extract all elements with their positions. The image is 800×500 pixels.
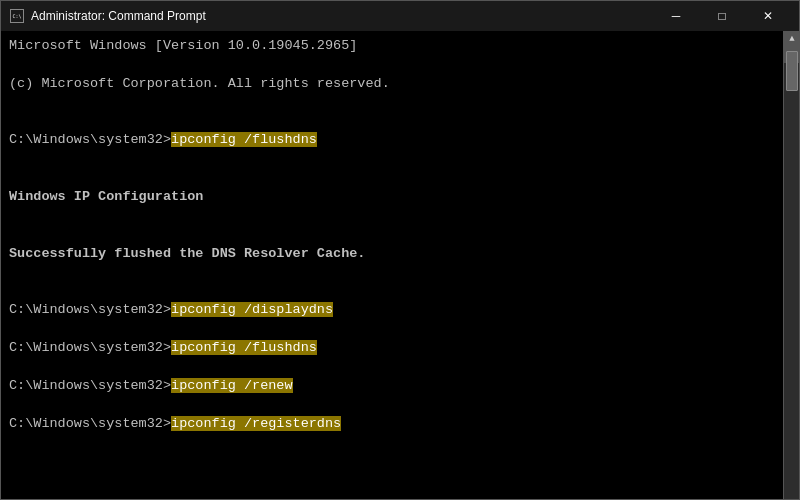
terminal-line: Windows IP Configuration [9, 188, 775, 207]
scrollbar-thumb[interactable] [786, 51, 798, 91]
scroll-up-arrow[interactable]: ▲ [784, 31, 799, 47]
titlebar-controls: ─ □ ✕ [653, 1, 791, 31]
cmd-icon [9, 8, 25, 24]
terminal-line: C:\Windows\system32>ipconfig /renew [9, 377, 775, 396]
window: Administrator: Command Prompt ─ □ ✕ Micr… [0, 0, 800, 500]
titlebar-left: Administrator: Command Prompt [9, 8, 206, 24]
prompt-text: C:\Windows\system32> [9, 378, 171, 393]
titlebar: Administrator: Command Prompt ─ □ ✕ [1, 1, 799, 31]
terminal-line: C:\Windows\system32>ipconfig /displaydns [9, 301, 775, 320]
command-text: ipconfig /registerdns [171, 416, 341, 431]
terminal-line: C:\Windows\system32>ipconfig /flushdns [9, 339, 775, 358]
terminal-line: Successfully flushed the DNS Resolver Ca… [9, 245, 775, 264]
terminal-line: Microsoft Windows [Version 10.0.19045.29… [9, 37, 775, 56]
prompt-text: C:\Windows\system32> [9, 302, 171, 317]
close-button[interactable]: ✕ [745, 1, 791, 31]
prompt-text: C:\Windows\system32> [9, 132, 171, 147]
command-text: ipconfig /displaydns [171, 302, 333, 317]
scrollbar[interactable]: ▲ ▼ [783, 31, 799, 499]
prompt-text: C:\Windows\system32> [9, 340, 171, 355]
command-text: ipconfig /renew [171, 378, 293, 393]
terminal-line: C:\Windows\system32>ipconfig /flushdns [9, 131, 775, 150]
terminal-area: Microsoft Windows [Version 10.0.19045.29… [1, 31, 799, 499]
maximize-button[interactable]: □ [699, 1, 745, 31]
prompt-text: C:\Windows\system32> [9, 416, 171, 431]
terminal-line: C:\Windows\system32>ipconfig /registerdn… [9, 415, 775, 434]
terminal-line: (c) Microsoft Corporation. All rights re… [9, 75, 775, 94]
minimize-button[interactable]: ─ [653, 1, 699, 31]
command-text: ipconfig /flushdns [171, 132, 317, 147]
terminal[interactable]: Microsoft Windows [Version 10.0.19045.29… [1, 31, 783, 499]
command-text: ipconfig /flushdns [171, 340, 317, 355]
titlebar-title: Administrator: Command Prompt [31, 9, 206, 23]
